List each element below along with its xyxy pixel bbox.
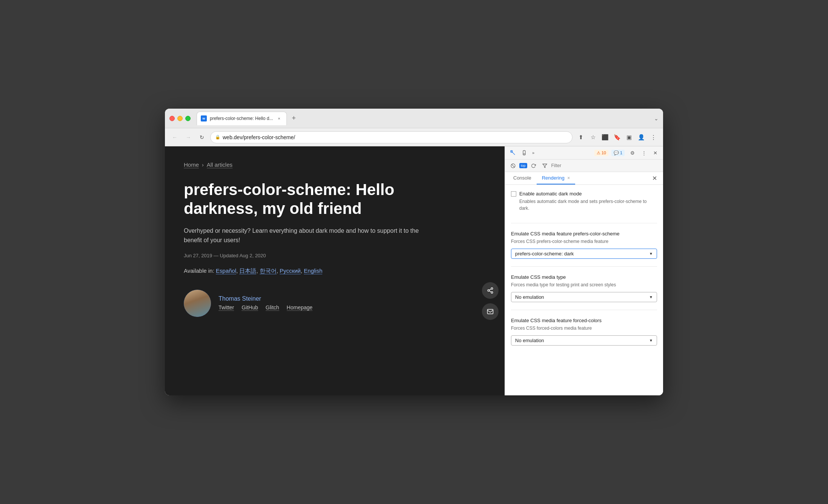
auto-dark-section: Enable automatic dark mode Enables autom…	[511, 191, 657, 223]
author-github[interactable]: GitHub	[242, 304, 258, 311]
avatar-image	[184, 290, 211, 317]
emulate-color-scheme-section: Emulate CSS media feature prefers-color-…	[511, 231, 657, 267]
author-twitter[interactable]: Twitter	[219, 304, 234, 311]
breadcrumb-articles[interactable]: All articles	[207, 161, 232, 168]
close-traffic-light[interactable]	[169, 116, 175, 121]
bookmark-button[interactable]: ☆	[588, 132, 598, 143]
lang-korean[interactable]: 한국어	[260, 267, 277, 274]
tab-bar-end-button[interactable]: ⌄	[654, 115, 659, 121]
breadcrumb-home[interactable]: Home	[184, 161, 199, 168]
svg-point-1	[488, 290, 489, 292]
share-button[interactable]: ⬆	[576, 132, 586, 143]
svg-point-0	[491, 288, 493, 290]
emulate-media-title: Emulate CSS media type	[511, 274, 657, 280]
menu-button[interactable]: ⋮	[648, 132, 659, 143]
tab-bar: w prefers-color-scheme: Hello d... × + ⌄	[197, 112, 659, 125]
auto-dark-checkbox[interactable]	[511, 191, 516, 197]
svg-line-3	[489, 291, 491, 292]
devtools-settings-button[interactable]: ⚙	[628, 148, 637, 158]
devtools-close-button[interactable]: ✕	[650, 148, 660, 158]
article-date: Jun 27, 2019 — Updated Aug 2, 2020	[184, 253, 486, 258]
message-icon: 💬	[614, 151, 619, 155]
emulate-color-title: Emulate CSS media feature prefers-color-…	[511, 231, 657, 237]
console-clear-icon[interactable]	[508, 161, 518, 171]
article-description: Overhyped or necessity? Learn everything…	[184, 226, 433, 245]
devtools-message-badge[interactable]: 💬 1	[611, 150, 625, 156]
browser-window: w prefers-color-scheme: Hello d... × + ⌄…	[165, 109, 663, 395]
console-top-button[interactable]: top	[519, 163, 527, 168]
prefers-color-scheme-select[interactable]: prefers-color-scheme: dark ▼	[511, 249, 657, 259]
svg-rect-7	[523, 151, 525, 155]
console-refresh-icon[interactable]	[529, 161, 539, 171]
emulate-media-type-section: Emulate CSS media type Forces media type…	[511, 274, 657, 310]
author-info: Thomas Steiner Twitter GitHub Glitch Hom…	[219, 295, 312, 311]
emulate-forced-colors-section: Emulate CSS media feature forced-colors …	[511, 318, 657, 353]
back-button[interactable]: ←	[169, 132, 180, 143]
console-filter-input[interactable]	[551, 163, 660, 168]
maximize-traffic-light[interactable]	[185, 116, 191, 121]
devtools-more-panels[interactable]: »	[531, 150, 536, 156]
tab-console[interactable]: Console	[508, 172, 537, 184]
auto-dark-desc: Enables automatic dark mode and sets pre…	[519, 198, 657, 212]
forward-button[interactable]: →	[183, 132, 194, 143]
prefers-color-scheme-value: prefers-color-scheme: dark	[515, 251, 574, 257]
devtools-inspect-icon[interactable]	[508, 148, 518, 158]
minimize-traffic-light[interactable]	[177, 116, 183, 121]
article-title: prefers-color-scheme: Hello darkness, my…	[184, 180, 440, 218]
author-links: Twitter GitHub Glitch Homepage	[219, 304, 312, 311]
address-bar[interactable]: 🔒 web.dev/prefers-color-scheme/	[210, 131, 573, 143]
share-float-button[interactable]	[482, 282, 499, 299]
devtools-tabs: Console Rendering × ✕	[505, 172, 663, 185]
console-toolbar: top	[505, 160, 663, 172]
lang-espanol[interactable]: Español	[216, 267, 236, 274]
tab-favicon: w	[201, 115, 207, 121]
webpage: Home › All articles prefers-color-scheme…	[165, 146, 505, 395]
select-arrow-1: ▼	[649, 252, 653, 256]
media-type-value: No emulation	[515, 294, 544, 300]
author-homepage[interactable]: Homepage	[287, 304, 313, 311]
svg-marker-11	[543, 164, 547, 167]
media-type-select[interactable]: No emulation ▼	[511, 292, 657, 302]
email-float-button[interactable]	[482, 303, 499, 320]
lock-icon: 🔒	[215, 135, 220, 140]
emulate-color-desc: Forces CSS prefers-color-scheme media fe…	[511, 238, 657, 245]
reload-button[interactable]: ↻	[197, 132, 207, 143]
author-glitch[interactable]: Glitch	[266, 304, 279, 311]
author-name: Thomas Steiner	[219, 295, 312, 302]
devtools-panel: » ⚠ 10 💬 1 ⚙ ⋮ ✕	[505, 146, 663, 395]
toolbar-icons: ⬆ ☆ ⬛ 🔖 ▣ 👤 ⋮	[576, 132, 659, 143]
tab-rendering[interactable]: Rendering ×	[537, 172, 576, 184]
devtools-morevert-button[interactable]: ⋮	[639, 148, 649, 158]
profile-button[interactable]: 👤	[636, 132, 646, 143]
lang-english[interactable]: English	[304, 267, 322, 274]
author-avatar	[184, 290, 211, 317]
author-section: Thomas Steiner Twitter GitHub Glitch Hom…	[184, 290, 486, 317]
forced-colors-value: No emulation	[515, 338, 544, 343]
emulate-forced-title: Emulate CSS media feature forced-colors	[511, 318, 657, 323]
devtools-panel-close[interactable]: ✕	[649, 173, 660, 183]
new-tab-button[interactable]: +	[288, 113, 299, 124]
console-filter-icon[interactable]	[540, 161, 550, 171]
devtools-device-icon[interactable]	[519, 148, 529, 158]
breadcrumb-separator: ›	[202, 162, 204, 168]
forced-colors-select[interactable]: No emulation ▼	[511, 335, 657, 346]
title-bar: w prefers-color-scheme: Hello d... × + ⌄	[165, 109, 663, 128]
devtools-warning-badge[interactable]: ⚠ 10	[594, 150, 608, 156]
warning-count: 10	[602, 151, 606, 155]
tab-close-button[interactable]: ×	[276, 115, 282, 121]
select-arrow-3: ▼	[649, 338, 653, 343]
active-tab[interactable]: w prefers-color-scheme: Hello d... ×	[197, 112, 287, 125]
emulate-forced-desc: Forces CSS forced-colors media feature	[511, 325, 657, 332]
svg-line-4	[489, 289, 491, 290]
lang-japanese[interactable]: 日本語	[239, 267, 256, 274]
sidebar-button[interactable]: ▣	[624, 132, 634, 143]
lang-russian[interactable]: Русский	[280, 267, 301, 274]
omnibar: ← → ↻ 🔒 web.dev/prefers-color-scheme/ ⬆ …	[165, 128, 663, 146]
traffic-lights	[169, 116, 191, 121]
extensions-button[interactable]: ⬛	[600, 132, 610, 143]
rendering-content: Enable automatic dark mode Enables autom…	[505, 185, 663, 395]
svg-rect-5	[488, 309, 493, 314]
extension2-button[interactable]: 🔖	[612, 132, 622, 143]
content-area: Home › All articles prefers-color-scheme…	[165, 146, 663, 395]
rendering-tab-close[interactable]: ×	[567, 175, 570, 181]
